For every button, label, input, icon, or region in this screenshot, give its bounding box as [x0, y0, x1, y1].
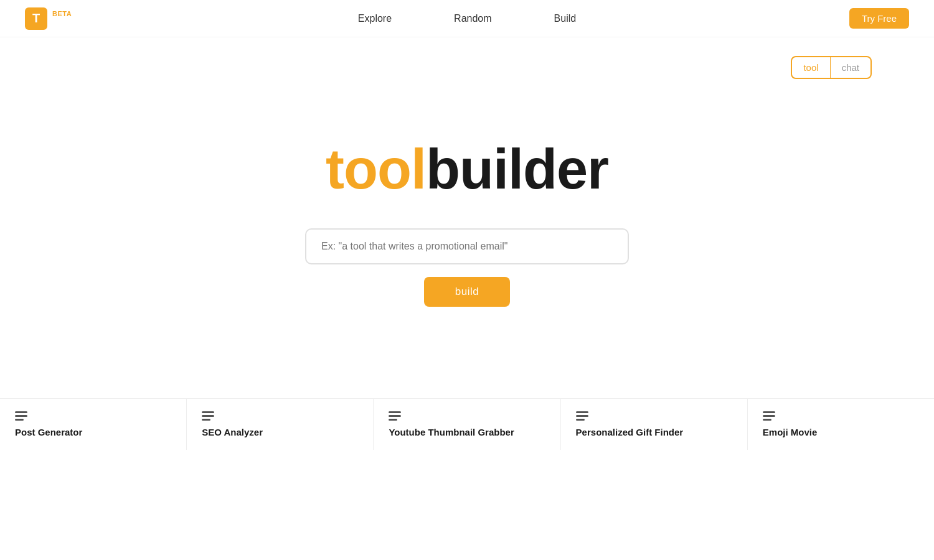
card-title: Youtube Thumbnail Grabber — [389, 427, 545, 437]
navbar-logo-group: T BETA — [25, 7, 72, 30]
hero-title-builder: builder — [426, 138, 608, 200]
card-title: Post Generator — [15, 427, 171, 437]
list-item[interactable]: Personalized Gift Finder — [561, 399, 748, 450]
navbar-right-actions: Try Free — [849, 8, 909, 29]
list-icon — [15, 411, 27, 421]
cards-section: Post Generator SEO Analyzer Youtube Thum… — [0, 398, 934, 450]
tool-toggle-button[interactable]: tool — [792, 57, 829, 78]
tool-chat-toggle: tool chat — [791, 56, 872, 79]
list-item[interactable]: Emoji Movie — [748, 399, 934, 450]
list-item[interactable]: Youtube Thumbnail Grabber — [374, 399, 560, 450]
list-icon — [763, 411, 775, 421]
random-link[interactable]: Random — [454, 13, 491, 24]
explore-link[interactable]: Explore — [358, 13, 392, 24]
tool-description-input[interactable] — [305, 228, 629, 264]
beta-badge: BETA — [52, 10, 72, 17]
card-title: Personalized Gift Finder — [576, 427, 732, 437]
card-title: SEO Analyzer — [202, 427, 358, 437]
logo-icon: T — [25, 7, 47, 30]
chat-toggle-button[interactable]: chat — [831, 57, 870, 78]
build-link[interactable]: Build — [554, 13, 577, 24]
hero-title-tool: tool — [326, 138, 426, 200]
navbar: T BETA Explore Random Build Try Free — [0, 0, 934, 37]
list-item[interactable]: Post Generator — [0, 399, 187, 450]
list-item[interactable]: SEO Analyzer — [187, 399, 374, 450]
try-free-button[interactable]: Try Free — [849, 8, 909, 29]
list-icon — [389, 411, 401, 421]
list-icon — [202, 411, 214, 421]
hero-section: toolbuilder build — [0, 37, 934, 398]
card-title: Emoji Movie — [763, 427, 919, 437]
logo-letter: T — [32, 11, 40, 26]
build-button[interactable]: build — [424, 277, 510, 307]
navbar-center-links: Explore Random Build — [358, 13, 576, 24]
list-icon — [576, 411, 588, 421]
hero-title: toolbuilder — [326, 141, 608, 197]
